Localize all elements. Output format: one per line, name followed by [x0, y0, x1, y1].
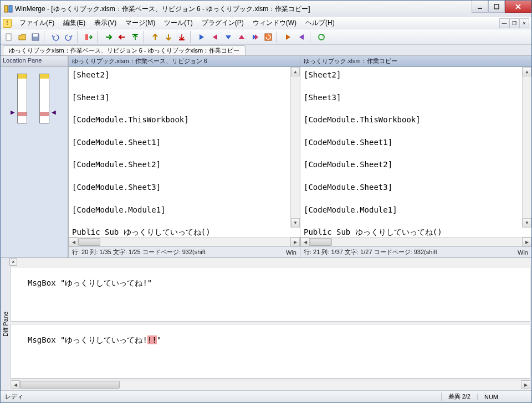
code-line [72, 215, 296, 226]
last-diff-icon[interactable] [176, 31, 188, 43]
scroll-right-icon[interactable]: ▶ [521, 380, 530, 389]
all-left-icon[interactable] [116, 31, 128, 43]
status-encoding: Win [518, 249, 528, 256]
scroll-left-icon[interactable]: ◀ [69, 237, 78, 246]
code-line [304, 148, 528, 159]
mdi-restore-button[interactable]: ❐ [509, 18, 519, 28]
titlebar[interactable]: WinMerge - [ゆっくりブック.xlsm：作業ベース、リビジョン 6 -… [1, 1, 531, 17]
code-line: [CodeModule.Sheet3] [72, 182, 296, 193]
status-encoding: Win [286, 249, 296, 256]
maximize-button[interactable] [488, 1, 505, 13]
scrollbar-horizontal[interactable]: ◀▶ [300, 237, 531, 246]
save-icon[interactable] [29, 31, 42, 43]
scroll-down-icon[interactable]: ▼ [523, 218, 531, 228]
menu-merge[interactable]: マージ(M) [121, 17, 160, 29]
code-line: [CodeModule.Sheet3] [304, 182, 528, 193]
first-diff-icon[interactable] [129, 31, 141, 43]
minimize-button[interactable] [472, 1, 488, 13]
menu-tool[interactable]: ツール(T) [160, 17, 197, 29]
refresh-icon[interactable] [262, 31, 274, 43]
status-ready: レディ [5, 392, 23, 401]
menu-plugin[interactable]: プラグイン(P) [197, 17, 248, 29]
play-left-icon[interactable] [295, 31, 308, 43]
diff-line-bot-post: " [157, 335, 161, 344]
mdi-close-button[interactable]: × [519, 18, 529, 28]
menu-file[interactable]: ファイル(F) [15, 17, 59, 29]
code-line: [CodeModule.Sheet1] [304, 137, 528, 148]
scroll-up-icon[interactable]: ▲ [291, 67, 300, 76]
location-pane-body[interactable]: ▶ ◀ [1, 67, 68, 257]
compare-status-right: 行: 21 列: 1/37 文字: 1/27 コードページ: 932(shift… [300, 246, 531, 257]
svg-rect-8 [132, 34, 138, 35]
all-right-icon[interactable] [103, 31, 115, 43]
copy-right-icon[interactable] [83, 31, 95, 43]
menu-edit[interactable]: 編集(E) [59, 17, 90, 29]
svg-rect-3 [494, 4, 499, 9]
menu-window[interactable]: ウィンドウ(W) [248, 17, 301, 29]
scroll-right-icon[interactable]: ▶ [522, 237, 531, 246]
diff-box-bottom[interactable]: MsgBox "ゆっくりしていってね!!!" [11, 324, 530, 379]
scroll-down-icon[interactable]: ▼ [291, 218, 300, 228]
scroll-thumb[interactable] [310, 238, 332, 246]
scroll-thumb[interactable] [78, 238, 100, 246]
scroll-thumb[interactable] [20, 381, 120, 389]
status-diff: 差異 2/2 [441, 392, 477, 401]
window-title: WinMerge - [ゆっくりブック.xlsm：作業ベース、リビジョン 6 -… [15, 4, 472, 14]
prev-diff-icon[interactable] [149, 31, 161, 43]
next-diff-icon[interactable] [162, 31, 175, 43]
diff-line-bot-hl: !! [147, 335, 157, 344]
code-line [72, 103, 296, 114]
scroll-up-icon[interactable]: ▲ [523, 67, 531, 76]
code-line: [Sheet2] [72, 69, 296, 80]
nav-left-icon[interactable] [209, 31, 221, 43]
status-text: 行: 20 列: 1/35 文字: 1/25 コードページ: 932(shift [72, 248, 206, 256]
undo-icon[interactable] [49, 31, 62, 43]
scrollbar-horizontal[interactable]: ◀▶ [69, 237, 300, 246]
code-line [304, 103, 528, 114]
app-icon [4, 4, 13, 13]
diff-box-top[interactable]: MsgBox "ゆっくりしていってね!" [11, 267, 530, 322]
nav-down-icon[interactable] [222, 31, 234, 43]
new-icon[interactable] [3, 31, 15, 43]
compare-pane-left: ゆっくりブック.xlsm：作業ベース、リビジョン 6 [Sheet2] [She… [68, 56, 300, 257]
code-line: Public Sub ゆっくりしていってね() [72, 226, 296, 237]
code-line: [CodeModule.Sheet2] [304, 159, 528, 170]
code-line [72, 193, 296, 204]
scroll-left-icon[interactable]: ◀ [300, 237, 310, 246]
mdi-minimize-button[interactable]: — [499, 18, 509, 28]
nav-up-icon[interactable] [236, 31, 248, 43]
scrollbar-vertical[interactable]: ▲▼ [290, 67, 300, 228]
nav-right-icon[interactable] [196, 31, 208, 43]
redo-icon[interactable] [63, 31, 75, 43]
code-line [72, 170, 296, 182]
scroll-left-icon[interactable]: ◀ [11, 380, 20, 389]
document-tabbar: ゆっくりブックxlsm：作業ベース、リビジョン 6 - ゆっくりブックxlsm：… [1, 45, 531, 56]
document-tab[interactable]: ゆっくりブックxlsm：作業ベース、リビジョン 6 - ゆっくりブックxlsm：… [3, 45, 245, 55]
scrollbar-vertical[interactable]: ▲▼ [522, 67, 531, 228]
cycle-icon[interactable] [315, 31, 328, 43]
play-right-icon[interactable] [282, 31, 294, 43]
open-icon[interactable] [16, 31, 28, 43]
code-line [304, 215, 528, 226]
code-line [72, 125, 296, 136]
svg-rect-9 [179, 39, 185, 40]
menu-view[interactable]: 表示(V) [90, 17, 121, 29]
code-line [304, 80, 528, 91]
menu-help[interactable]: ヘルプ(H) [301, 17, 339, 29]
diff-pane-wrap: Diff Pane × MsgBox "ゆっくりしていってね!" MsgBox … [1, 257, 531, 390]
close-button[interactable] [505, 1, 531, 13]
nav-rr-icon[interactable] [249, 31, 261, 43]
diff-line-top: MsgBox "ゆっくりしていってね!" [28, 278, 152, 287]
compare-header-left: ゆっくりブック.xlsm：作業ベース、リビジョン 6 [69, 56, 300, 67]
compare-body-right[interactable]: [Sheet2] [Sheet3] [CodeModule.ThisWorkbo… [300, 67, 531, 237]
warning-icon[interactable]: ! [3, 19, 12, 28]
code-line [304, 125, 528, 136]
diff-pane-close-button[interactable]: × [9, 258, 17, 266]
scroll-right-icon[interactable]: ▶ [290, 237, 300, 246]
diff-scrollbar[interactable]: ◀▶ [11, 380, 530, 389]
compare-body-left[interactable]: [Sheet2] [Sheet3] [CodeModule.ThisWorkbo… [69, 67, 300, 237]
svg-rect-6 [33, 34, 38, 37]
location-bar-right[interactable] [39, 74, 49, 123]
location-bar-left[interactable] [17, 74, 27, 123]
code-line: [CodeModule.Sheet2] [72, 159, 296, 170]
